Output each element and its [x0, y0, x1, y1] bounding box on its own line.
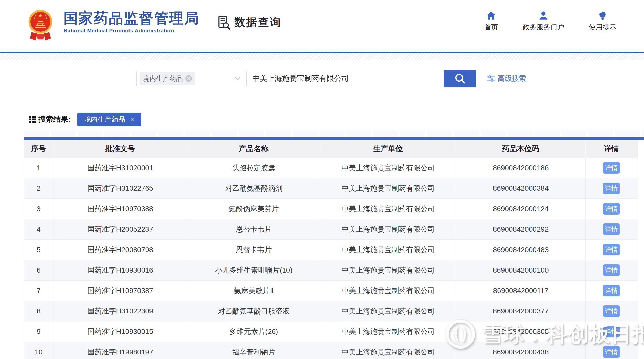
detail-button[interactable]: 详情: [603, 223, 620, 235]
manufacturer-cell: 中美上海施贵宝制药有限公司: [320, 260, 456, 280]
detail-cell: 详情: [586, 219, 637, 239]
approval-number-cell: 国药准字H31022765: [53, 178, 187, 198]
manufacturer-cell: 中美上海施贵宝制药有限公司: [320, 240, 456, 260]
results-bar: 搜索结果: 境内生产药品 ×: [24, 108, 644, 130]
row-index-cell: 10: [24, 342, 53, 359]
search-button[interactable]: [444, 70, 476, 87]
row-index-cell: 6: [24, 260, 53, 280]
category-chip: 境内生产药品 ✕: [140, 72, 195, 85]
row-index-cell: 4: [24, 219, 53, 239]
results-label-text: 搜索结果:: [38, 114, 71, 125]
product-name-cell: 氨酚伪麻美芬片: [187, 199, 320, 219]
detail-button[interactable]: 详情: [603, 264, 620, 276]
approval-number-cell: 国药准字H20080798: [53, 240, 187, 260]
data-query-icon: [217, 15, 231, 30]
col-header-product: 产品名称: [187, 140, 320, 158]
detail-cell: 详情: [586, 321, 637, 342]
manufacturer-cell: 中美上海施贵宝制药有限公司: [320, 301, 456, 321]
site-header: ★ ★ ★ ★ ★ 国家药品监督管理局 National Medical Pro…: [0, 0, 644, 52]
table-row: 3国药准字H10970388氨酚伪麻美芬片中美上海施贵宝制药有限公司869008…: [24, 199, 638, 219]
table-body: 1国药准字H31020001头孢拉定胶囊中美上海施贵宝制药有限公司8690084…: [24, 158, 638, 359]
filter-tag-label: 境内生产药品: [84, 115, 125, 124]
row-index-cell: 8: [24, 301, 53, 321]
nav-gov-portal[interactable]: 政务服务门户: [523, 11, 564, 32]
manufacturer-cell: 中美上海施贵宝制药有限公司: [320, 321, 456, 342]
approval-number-cell: 国药准字H19980197: [53, 342, 187, 359]
grid-icon: [29, 116, 36, 123]
row-index-cell: 9: [24, 321, 53, 342]
org-name-en: National Medical Products Administration: [63, 28, 199, 34]
detail-button[interactable]: 详情: [603, 305, 620, 317]
category-select[interactable]: 境内生产药品 ✕: [136, 70, 245, 87]
data-query-title: 数据查询: [217, 15, 282, 30]
chip-remove-icon[interactable]: ✕: [185, 75, 192, 82]
data-query-label: 数据查询: [234, 15, 282, 29]
table-row: 6国药准字H10930016小儿多维生素咀嚼片(10)中美上海施贵宝制药有限公司…: [24, 260, 638, 281]
product-name-cell: 氨麻美敏片Ⅱ: [187, 281, 320, 301]
advanced-search-link[interactable]: 高级搜索: [487, 74, 526, 83]
detail-cell: 详情: [586, 240, 637, 260]
bulb-icon: [598, 11, 607, 20]
detail-button[interactable]: 详情: [603, 346, 620, 358]
search-input[interactable]: [246, 70, 444, 87]
approval-number-cell: 国药准字H10970388: [53, 199, 187, 219]
org-titles: 国家药品监督管理局 National Medical Products Admi…: [63, 10, 199, 34]
detail-button[interactable]: 详情: [603, 244, 620, 255]
drug-code-cell: 86900842000308: [456, 321, 586, 342]
product-name-cell: 小儿多维生素咀嚼片(10): [187, 260, 320, 280]
row-index-cell: 7: [24, 281, 53, 301]
manufacturer-cell: 中美上海施贵宝制药有限公司: [320, 158, 456, 178]
col-header-code: 药品本位码: [456, 140, 586, 158]
detail-button[interactable]: 详情: [603, 326, 620, 337]
product-name-cell: 恩替卡韦片: [187, 219, 320, 239]
table-row: 4国药准字H20052237恩替卡韦片中美上海施贵宝制药有限公司86900842…: [24, 219, 638, 240]
org-name-zh: 国家药品监督管理局: [63, 10, 199, 26]
drug-code-cell: 86900842000438: [456, 342, 586, 359]
detail-cell: 详情: [586, 178, 637, 198]
nav-tips-label: 使用提示: [589, 23, 616, 32]
detail-cell: 详情: [586, 158, 637, 178]
detail-button[interactable]: 详情: [603, 285, 620, 296]
svg-text:★: ★: [35, 14, 37, 16]
advanced-search-label: 高级搜索: [498, 74, 526, 83]
row-index-cell: 5: [24, 240, 53, 260]
manufacturer-cell: 中美上海施贵宝制药有限公司: [320, 281, 456, 301]
nav-home[interactable]: 首页: [484, 11, 498, 32]
col-header-index: 序号: [24, 140, 53, 158]
table-header-row: 序号 批准文号 产品名称 生产单位 药品本位码 详情: [24, 140, 638, 158]
detail-cell: 详情: [586, 260, 637, 280]
nmpa-emblem-icon: ★ ★ ★ ★ ★: [27, 7, 54, 43]
product-name-cell: 头孢拉定胶囊: [187, 158, 320, 178]
row-index-cell: 1: [24, 158, 53, 178]
approval-number-cell: 国药准字H10930016: [53, 260, 187, 280]
manufacturer-cell: 中美上海施贵宝制药有限公司: [320, 199, 456, 219]
product-name-cell: 对乙酰氨基酚滴剂: [187, 178, 320, 198]
sliders-icon: [487, 75, 495, 82]
page: ★ ★ ★ ★ ★ 国家药品监督管理局 National Medical Pro…: [0, 0, 644, 359]
table-row: 2国药准字H31022765对乙酰氨基酚滴剂中美上海施贵宝制药有限公司86900…: [24, 178, 638, 199]
results-filter-tag[interactable]: 境内生产药品 ×: [77, 113, 141, 126]
category-chip-label: 境内生产药品: [143, 74, 183, 83]
results-table: 序号 批准文号 产品名称 生产单位 药品本位码 详情 1国药准字H3102000…: [24, 140, 638, 359]
category-tab-strip[interactable]: [24, 131, 644, 138]
nav-tips[interactable]: 使用提示: [589, 11, 616, 32]
product-name-cell: 对乙酰氨基酚口服溶液: [187, 301, 320, 321]
detail-button[interactable]: 详情: [603, 203, 620, 215]
nav-home-label: 首页: [484, 23, 498, 32]
chevron-down-icon: [234, 76, 241, 81]
svg-text:★: ★: [38, 13, 43, 18]
drug-code-cell: 86900842000384: [456, 178, 586, 198]
detail-button[interactable]: 详情: [603, 183, 620, 194]
detail-button[interactable]: 详情: [603, 162, 620, 174]
approval-number-cell: 国药准字H20052237: [53, 219, 187, 239]
search-bar: 境内生产药品 ✕: [136, 70, 526, 87]
drug-code-cell: 86900842000483: [456, 240, 586, 260]
table-row: 10国药准字H19980197福辛普利钠片中美上海施贵宝制药有限公司869008…: [24, 342, 638, 359]
approval-number-cell: 国药准字H31022309: [53, 301, 187, 321]
drug-code-cell: 86900842000124: [456, 199, 586, 219]
filter-tag-close-icon[interactable]: ×: [131, 115, 134, 123]
detail-cell: 详情: [586, 342, 637, 359]
manufacturer-cell: 中美上海施贵宝制药有限公司: [320, 178, 456, 198]
drug-code-cell: 86900842000292: [456, 219, 586, 239]
approval-number-cell: 国药准字H10930015: [53, 321, 187, 342]
